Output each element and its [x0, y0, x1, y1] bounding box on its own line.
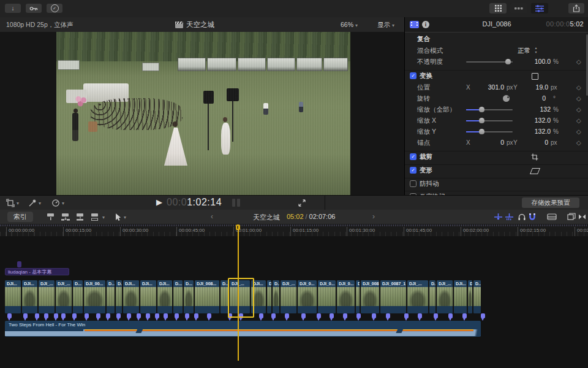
timeline-clip[interactable]: D...: [184, 280, 194, 313]
audio-marker-pin[interactable]: [175, 313, 179, 318]
audio-marker-pin[interactable]: [259, 313, 263, 318]
solo-toggle-button[interactable]: [518, 213, 526, 221]
timeline-clip[interactable]: DJI...: [22, 280, 37, 313]
audio-marker-pin[interactable]: [127, 313, 131, 318]
timeline-clip[interactable]: DJI_...: [407, 280, 428, 313]
audio-marker-pin[interactable]: [239, 313, 243, 318]
transform-onscreen-icon[interactable]: [532, 73, 538, 80]
timeline-clip[interactable]: D: [267, 280, 271, 313]
timeline-clip[interactable]: D...: [473, 280, 481, 313]
timeline-clip[interactable]: D..: [273, 280, 279, 313]
audio-marker-pin[interactable]: [137, 313, 141, 318]
import-media-button[interactable]: ↓: [5, 4, 21, 13]
keyframe-diamond-icon[interactable]: ◇: [576, 104, 581, 115]
distort-onscreen-icon[interactable]: [530, 168, 540, 174]
timeline-clip[interactable]: D...: [173, 280, 183, 313]
playhead[interactable]: [238, 224, 239, 361]
keyframe-diamond-icon[interactable]: ◇: [576, 137, 581, 148]
chevron-down-icon[interactable]: ▾: [102, 215, 105, 220]
crop-tools-menu[interactable]: ▾: [6, 199, 19, 207]
audio-marker-pin[interactable]: [271, 313, 276, 318]
connect-edit-button[interactable]: [46, 213, 56, 221]
audio-marker-pin[interactable]: [72, 313, 77, 318]
timeline-clip[interactable]: D...: [107, 280, 115, 313]
audio-clip[interactable]: Two Steps From Hell - For The Win: [5, 321, 481, 337]
display-menu[interactable]: 显示▾: [377, 21, 394, 29]
audio-marker-pin[interactable]: [404, 313, 409, 318]
keyframe-diamond-icon[interactable]: ◇: [576, 93, 581, 104]
scale-x-value[interactable]: 132.0: [503, 115, 551, 126]
anchor-x-value[interactable]: 0: [471, 137, 504, 148]
timeline-clip[interactable]: D: [468, 280, 472, 313]
timeline-clip[interactable]: DJI...: [140, 280, 156, 313]
clip-appearance-button[interactable]: [547, 213, 557, 221]
index-button[interactable]: 索引: [7, 212, 33, 222]
audio-marker-pin[interactable]: [185, 313, 189, 318]
share-button[interactable]: [568, 3, 584, 13]
timeline-clip[interactable]: DJI...: [123, 280, 139, 313]
info-inspector-icon[interactable]: i: [422, 21, 429, 28]
audio-marker-pin[interactable]: [106, 313, 110, 318]
timeline-clip[interactable]: DJI...: [251, 280, 266, 313]
audio-marker-pin[interactable]: [207, 313, 211, 318]
keyframe-diamond-icon[interactable]: ◇: [576, 126, 581, 137]
audio-marker-pin[interactable]: [372, 313, 376, 318]
audio-marker-pin[interactable]: [96, 313, 100, 318]
audio-meter-bar[interactable]: [232, 199, 235, 207]
opacity-value[interactable]: 100.0: [503, 56, 551, 67]
keyframe-diamond-icon[interactable]: ◇: [576, 115, 581, 126]
slider-handle[interactable]: [479, 129, 484, 134]
audio-marker-pin[interactable]: [116, 313, 121, 318]
audio-marker-pin[interactable]: [7, 313, 12, 318]
timeline-project-title[interactable]: 天空之城: [253, 213, 280, 222]
blend-mode-value[interactable]: 正常: [484, 45, 530, 56]
inspector-toggle-button[interactable]: [531, 3, 548, 13]
select-tool-button[interactable]: [114, 213, 121, 221]
timeline-clip[interactable]: D.: [116, 280, 122, 313]
timeline-clip[interactable]: DJI...: [454, 280, 467, 313]
timeline-clip[interactable]: DJI_008: [361, 280, 379, 313]
keywords-button[interactable]: [26, 4, 42, 13]
fullscreen-button[interactable]: [298, 199, 306, 207]
title-clip[interactable]: liudaqian - 基本字幕: [5, 268, 69, 275]
timeline-clip[interactable]: DJI_0...: [298, 280, 317, 313]
audio-marker-pin[interactable]: [155, 313, 159, 318]
browser-toggle-button[interactable]: [489, 3, 507, 13]
timeline-clip[interactable]: DJI_...: [281, 280, 296, 313]
slider-handle[interactable]: [479, 107, 484, 112]
timeline-clip[interactable]: DJI_0...: [337, 280, 355, 313]
timeline-clip[interactable]: DJI_0...: [318, 280, 336, 313]
audio-marker-pin[interactable]: [285, 313, 289, 318]
audio-skimming-toggle-button[interactable]: [505, 213, 514, 221]
audio-marker-pin[interactable]: [146, 313, 150, 318]
audio-marker-pin[interactable]: [317, 313, 321, 318]
transform-checkbox[interactable]: ✓: [410, 72, 417, 79]
retime-menu[interactable]: ▾: [51, 199, 64, 207]
stabilization-checkbox[interactable]: [410, 180, 417, 187]
stepper-icon[interactable]: ▴▾: [533, 46, 538, 55]
anchor-y-value[interactable]: 0: [518, 137, 548, 148]
audio-marker-pin[interactable]: [164, 313, 168, 318]
timeline-clip[interactable]: DJI...: [157, 280, 172, 313]
timeline-clip[interactable]: DJI_...: [39, 280, 55, 313]
audio-marker-pin[interactable]: [85, 313, 89, 318]
timeline-clip[interactable]: D.: [429, 280, 435, 313]
audio-marker-pin[interactable]: [35, 313, 39, 318]
audio-marker-pin[interactable]: [301, 313, 306, 318]
timeline-clip[interactable]: DJI_00...: [84, 280, 105, 313]
audio-marker-pin[interactable]: [61, 313, 66, 318]
insert-edit-button[interactable]: [61, 213, 70, 221]
timeline-ruler[interactable]: 00:00:00:0000:00:15:0000:00:30:0000:00:4…: [0, 224, 588, 237]
background-tasks-button[interactable]: ✓: [47, 4, 62, 13]
position-y-value[interactable]: 19.0: [518, 82, 548, 93]
effects-wand-menu[interactable]: ▾: [28, 199, 41, 207]
audio-marker-pin[interactable]: [448, 313, 453, 318]
keyframe-diamond-icon[interactable]: ◇: [576, 82, 581, 93]
audio-meter-bar[interactable]: [237, 199, 240, 207]
timeline-clip[interactable]: D...: [73, 280, 83, 313]
timeline-clip[interactable]: D...: [221, 280, 228, 313]
snapping-toggle-button[interactable]: [528, 213, 537, 221]
keyframe-diamond-icon[interactable]: ◇: [576, 56, 581, 67]
audio-marker-pin[interactable]: [44, 313, 48, 318]
audio-marker-pin[interactable]: [194, 313, 198, 318]
